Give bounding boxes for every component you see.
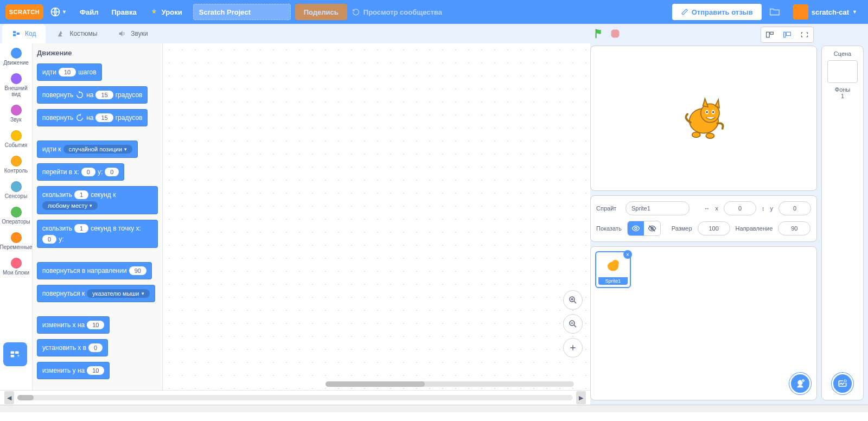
svg-rect-13 — [767, 32, 770, 37]
stage[interactable] — [590, 46, 817, 191]
category-Операторы[interactable]: Операторы — [0, 202, 32, 228]
motion-block[interactable]: идти10шагов — [37, 63, 102, 81]
tab-costumes[interactable]: Костюмы — [47, 24, 107, 43]
backpack-scroll-right[interactable]: ▶ — [576, 391, 586, 404]
svg-rect-14 — [786, 32, 790, 35]
motion-block[interactable]: повернуться куказателю мыши — [37, 285, 155, 302]
backpack-panel[interactable]: ◀ ▶ — [0, 390, 590, 405]
svg-marker-11 — [611, 30, 620, 38]
sprite-size-input[interactable] — [698, 221, 730, 235]
palette-category-header: Движение — [37, 49, 158, 57]
edit-menu[interactable]: Правка — [105, 0, 143, 24]
tab-code[interactable]: Код — [2, 24, 46, 43]
category-Звук[interactable]: Звук — [0, 100, 32, 126]
motion-block[interactable]: установить x в0 — [37, 339, 108, 356]
motion-block[interactable]: скользить1секунд в точку x:0y: — [37, 220, 158, 248]
category-Движение[interactable]: Движение — [0, 43, 32, 69]
svg-point-21 — [712, 111, 714, 113]
add-sprite-button[interactable]: + — [789, 373, 811, 394]
block-palette: Движение идти10шаговповернутьна15градусо… — [33, 43, 163, 390]
stage-thumbnail[interactable] — [827, 60, 858, 83]
add-extension-button[interactable]: + — [3, 342, 27, 366]
backdrops-label: Фоны — [835, 86, 850, 93]
sprite-list: × Sprite1 + — [590, 246, 817, 400]
category-Мои блоки[interactable]: Мои блоки — [0, 253, 32, 279]
workspace-scrollbar[interactable] — [326, 381, 574, 387]
svg-rect-4 — [17, 33, 20, 35]
svg-point-27 — [612, 260, 619, 267]
delete-sprite-button[interactable]: × — [623, 250, 632, 259]
svg-rect-7 — [11, 352, 14, 354]
stage-size-small[interactable] — [762, 28, 777, 41]
menu-bar: SCRATCH ▼ Файл Правка Уроки Поделись Про… — [0, 0, 868, 24]
svg-rect-8 — [11, 355, 14, 358]
file-menu[interactable]: Файл — [73, 0, 105, 24]
stage-size-controls — [761, 27, 814, 43]
motion-block[interactable]: скользить1секунд клюбому месту — [37, 186, 158, 214]
stage-header — [590, 24, 817, 46]
tutorials-button[interactable]: Уроки — [143, 0, 189, 24]
stage-fullscreen[interactable] — [797, 28, 812, 41]
scratch-logo[interactable]: SCRATCH — [5, 4, 43, 20]
project-title-input[interactable] — [193, 4, 291, 20]
see-community-button[interactable]: Просмотр сообщества — [352, 8, 442, 16]
svg-rect-2 — [13, 31, 16, 33]
sprite-direction-input[interactable] — [778, 221, 810, 235]
motion-block[interactable]: идти кслучайной позиции — [37, 141, 138, 158]
svg-text:+: + — [17, 353, 20, 359]
svg-point-22 — [692, 132, 700, 138]
motion-block[interactable]: повернуться в направлении90 — [37, 262, 152, 279]
window-bottom-scrollbar[interactable] — [0, 405, 868, 412]
sprite-visible-button[interactable] — [628, 221, 644, 235]
category-Контроль[interactable]: Контроль — [0, 151, 32, 177]
green-flag-button[interactable] — [593, 28, 605, 42]
backdrops-count: 1 — [841, 93, 844, 99]
motion-block[interactable]: повернутьна15градусов — [37, 109, 148, 126]
share-button[interactable]: Поделись — [295, 4, 347, 20]
category-Внешний вид[interactable]: Внешний вид — [0, 69, 32, 100]
feedback-button[interactable]: Отправить отзыв — [672, 4, 762, 20]
show-label: Показать — [596, 225, 622, 232]
account-menu[interactable]: scratch-cat ▼ — [788, 4, 863, 20]
x-label: x — [716, 205, 719, 212]
mystuff-button[interactable] — [765, 4, 784, 20]
category-Сенсоры[interactable]: Сенсоры — [0, 177, 32, 202]
motion-block[interactable]: перейти в x:0y:0 — [37, 163, 124, 181]
size-label: Размер — [672, 225, 692, 232]
main-area: Код Костюмы Звуки ДвижениеВнешний видЗву… — [0, 24, 868, 405]
category-События[interactable]: События — [0, 126, 32, 151]
sprite-on-stage[interactable] — [678, 91, 730, 145]
sprite-hidden-button[interactable] — [644, 221, 660, 235]
add-backdrop-button[interactable] — [832, 373, 853, 394]
svg-point-19 — [706, 111, 707, 113]
tab-sounds[interactable]: Звуки — [108, 24, 157, 43]
svg-rect-3 — [13, 34, 16, 36]
zoom-in-button[interactable] — [563, 290, 583, 310]
svg-rect-15 — [784, 32, 786, 37]
sprite-x-input[interactable] — [724, 201, 756, 215]
svg-rect-12 — [770, 32, 774, 34]
sprite-name-input[interactable] — [626, 201, 690, 215]
scripts-workspace[interactable] — [163, 43, 590, 390]
motion-block[interactable]: повернутьна15градусов — [37, 86, 148, 104]
y-label: y — [770, 205, 774, 212]
language-menu[interactable]: ▼ — [43, 0, 73, 24]
category-Переменные[interactable]: Переменные — [0, 228, 32, 253]
sprite-tile[interactable]: × Sprite1 — [595, 251, 631, 288]
direction-label: Направление — [736, 225, 773, 232]
svg-point-24 — [635, 227, 637, 229]
motion-block[interactable]: изменить x на10 — [37, 316, 110, 334]
sprite-y-input[interactable] — [778, 201, 811, 215]
sprite-info-panel: Спрайт ↔ x ↕ y Показать — [590, 195, 817, 242]
user-avatar-icon — [793, 4, 808, 20]
stage-size-large[interactable] — [780, 28, 795, 41]
zoom-reset-button[interactable] — [563, 338, 583, 358]
svg-text:+: + — [802, 379, 804, 382]
stage-selector[interactable]: Сцена Фоны 1 — [821, 46, 864, 400]
sprite-tile-name: Sprite1 — [598, 277, 628, 285]
motion-block[interactable]: изменить y на10 — [37, 362, 110, 379]
zoom-out-button[interactable] — [563, 314, 583, 334]
sprite-label: Спрайт — [596, 205, 620, 212]
stop-button[interactable] — [610, 28, 621, 41]
backpack-scroll-left[interactable]: ◀ — [4, 391, 14, 404]
